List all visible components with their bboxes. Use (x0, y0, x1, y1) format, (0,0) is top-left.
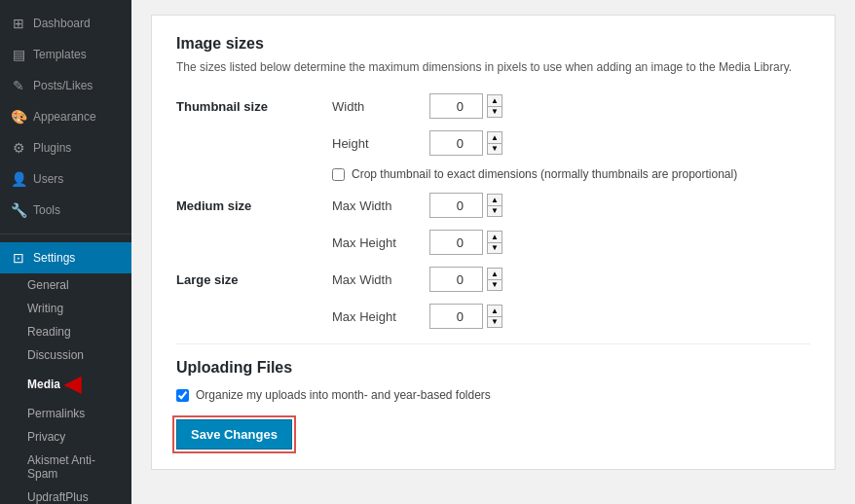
medium-label: Medium size (176, 198, 332, 213)
medium-height-row: Max Height ▲ ▼ (176, 230, 810, 255)
sidebar-sub-discussion[interactable]: Discussion (0, 343, 131, 367)
sidebar-sub-akismet[interactable]: Akismet Anti-Spam (0, 449, 131, 486)
crop-checkbox[interactable] (332, 168, 345, 181)
upload-organize-row: Organize my uploads into month- and year… (176, 388, 810, 402)
save-changes-button[interactable]: Save Changes (176, 419, 292, 450)
sidebar-sub-updraft[interactable]: UpdraftPlus Backups (0, 486, 131, 504)
tools-icon: 🔧 (10, 201, 27, 219)
sidebar-settings-label: Settings (33, 251, 75, 265)
medium-width-down[interactable]: ▼ (487, 205, 502, 217)
thumbnail-width-up[interactable]: ▲ (487, 94, 502, 106)
card-title: Image sizes (176, 35, 810, 53)
sidebar-top-section: ⊞ Dashboard ▤ Templates ✎ Posts/Likes 🎨 … (0, 0, 131, 234)
medium-height-input-wrap: ▲ ▼ (429, 230, 502, 255)
large-max-height-label: Max Height (332, 309, 429, 324)
sidebar-item-label: Tools (33, 203, 60, 217)
thumbnail-width-input-wrap: ▲ ▼ (429, 93, 502, 119)
large-width-spinner: ▲ ▼ (487, 268, 502, 291)
medium-width-input-wrap: ▲ ▼ (429, 193, 502, 218)
medium-height-input[interactable] (429, 230, 483, 255)
templates-icon: ▤ (10, 46, 27, 63)
sidebar-item-templates[interactable]: ▤ Templates (0, 39, 131, 70)
height-label: Height (332, 136, 429, 151)
card-desc: The sizes listed below determine the max… (176, 58, 810, 76)
thumbnail-height-spinner: ▲ ▼ (487, 131, 502, 155)
sidebar-item-users[interactable]: 👤 Users (0, 163, 131, 195)
appearance-icon: 🎨 (10, 108, 27, 126)
large-width-input[interactable] (429, 267, 483, 292)
sidebar-item-plugins[interactable]: ⚙ Plugins (0, 132, 131, 163)
sidebar-sub-reading[interactable]: Reading (0, 320, 131, 343)
section-divider (176, 343, 810, 344)
main-content: Image sizes The sizes listed below deter… (131, 0, 855, 504)
sidebar-sub-writing[interactable]: Writing (0, 297, 131, 320)
sidebar-sub-privacy[interactable]: Privacy (0, 425, 131, 449)
sidebar-item-label: Appearance (33, 110, 96, 124)
large-width-down[interactable]: ▼ (487, 279, 502, 291)
sidebar-sub-permalinks[interactable]: Permalinks (0, 402, 131, 425)
organize-uploads-label: Organize my uploads into month- and year… (196, 388, 491, 402)
medium-width-spinner: ▲ ▼ (487, 194, 502, 217)
sidebar-sub-media[interactable]: Media ◀ (0, 367, 131, 402)
medium-height-up[interactable]: ▲ (487, 231, 502, 242)
large-height-up[interactable]: ▲ (487, 305, 502, 316)
medium-max-height-label: Max Height (332, 235, 429, 250)
medium-max-width-label: Max Width (332, 198, 429, 213)
large-height-spinner: ▲ ▼ (487, 305, 502, 328)
sidebar-item-label: Plugins (33, 141, 71, 155)
thumbnail-label: Thumbnail size (176, 99, 332, 114)
large-width-input-wrap: ▲ ▼ (429, 267, 502, 292)
thumbnail-height-up[interactable]: ▲ (487, 131, 502, 143)
thumbnail-height-row: Height ▲ ▼ (176, 130, 810, 156)
medium-height-spinner: ▲ ▼ (487, 231, 502, 254)
large-label: Large size (176, 272, 332, 287)
plugins-icon: ⚙ (10, 139, 27, 157)
dashboard-icon: ⊞ (10, 15, 27, 32)
medium-width-row: Medium size Max Width ▲ ▼ (176, 193, 810, 218)
crop-checkbox-row: Crop thumbnail to exact dimensions (norm… (332, 167, 810, 181)
posts-icon: ✎ (10, 77, 27, 94)
image-sizes-card: Image sizes The sizes listed below deter… (151, 15, 836, 470)
sidebar-item-tools[interactable]: 🔧 Tools (0, 195, 131, 226)
crop-label: Crop thumbnail to exact dimensions (norm… (352, 167, 737, 181)
large-width-row: Large size Max Width ▲ ▼ (176, 267, 810, 292)
sidebar-item-label: Posts/Likes (33, 79, 93, 92)
medium-width-up[interactable]: ▲ (487, 194, 502, 205)
arrow-indicator-icon: ◀ (64, 372, 81, 397)
sidebar-item-label: Templates (33, 48, 87, 61)
large-height-input-wrap: ▲ ▼ (429, 304, 502, 329)
sidebar-sub-general[interactable]: General (0, 273, 131, 297)
width-label: Width (332, 99, 429, 114)
thumbnail-height-input-wrap: ▲ ▼ (429, 130, 502, 156)
sidebar-item-posts[interactable]: ✎ Posts/Likes (0, 70, 131, 101)
medium-width-input[interactable] (429, 193, 483, 218)
sidebar: ⊞ Dashboard ▤ Templates ✎ Posts/Likes 🎨 … (0, 0, 131, 504)
large-height-down[interactable]: ▼ (487, 316, 502, 328)
sidebar-item-settings[interactable]: ⊡ Settings (0, 242, 131, 273)
media-label: Media (27, 378, 60, 391)
organize-uploads-checkbox[interactable] (176, 389, 189, 402)
large-height-input[interactable] (429, 304, 483, 329)
sidebar-item-appearance[interactable]: 🎨 Appearance (0, 101, 131, 132)
large-height-row: Max Height ▲ ▼ (176, 304, 810, 329)
sidebar-item-dashboard[interactable]: ⊞ Dashboard (0, 8, 131, 39)
large-max-width-label: Max Width (332, 272, 429, 287)
settings-icon: ⊡ (10, 249, 27, 267)
sidebar-item-label: Users (33, 172, 63, 186)
thumbnail-width-row: Thumbnail size Width ▲ ▼ (176, 93, 810, 119)
thumbnail-width-down[interactable]: ▼ (487, 106, 502, 118)
medium-height-down[interactable]: ▼ (487, 242, 502, 254)
uploading-title: Uploading Files (176, 359, 810, 377)
sidebar-settings-section: ⊡ Settings General Writing Reading Discu… (0, 234, 131, 504)
large-width-up[interactable]: ▲ (487, 268, 502, 279)
thumbnail-width-spinner: ▲ ▼ (487, 94, 502, 118)
thumbnail-height-down[interactable]: ▼ (487, 143, 502, 155)
thumbnail-width-input[interactable] (429, 93, 483, 119)
users-icon: 👤 (10, 170, 27, 188)
thumbnail-height-input[interactable] (429, 130, 483, 156)
sidebar-item-label: Dashboard (33, 17, 91, 30)
